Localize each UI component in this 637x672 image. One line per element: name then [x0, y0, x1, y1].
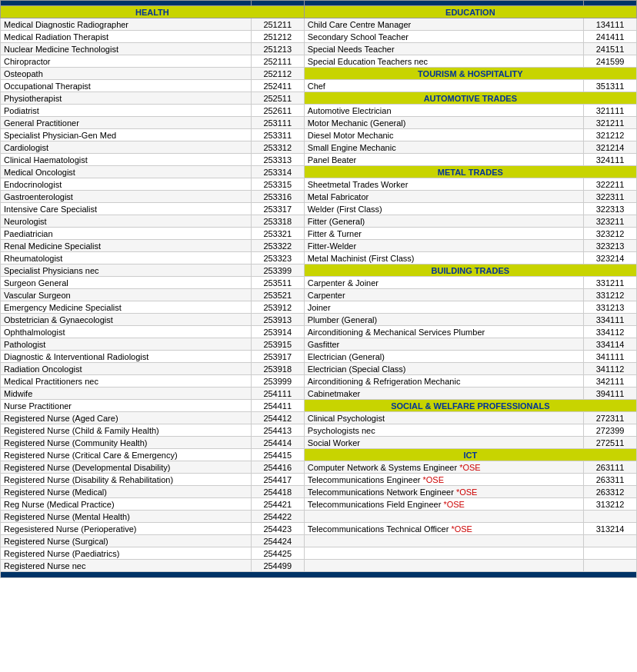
header-anzsco2 [584, 1, 637, 6]
occupation-left: Neurologist [1, 215, 252, 228]
occupation-right: Child Care Centre Manager [304, 18, 583, 31]
occupation-right: METAL TRADES [304, 166, 636, 178]
anzsco-left: 251212 [251, 31, 304, 43]
occupation-right [304, 560, 583, 572]
anzsco-left: 253915 [251, 338, 304, 351]
table-row: HEALTHEDUCATION [1, 6, 637, 18]
occupation-left: Specialist Physician-Gen Med [1, 129, 252, 141]
occupation-left: Gastroenterologist [1, 191, 252, 203]
anzsco-left: 253315 [251, 178, 304, 191]
occupation-right: Clinical Psychologist [304, 412, 583, 424]
occupation-left: Registered Nurse (Aged Care) [1, 412, 252, 424]
occupation-right: Automotive Electrician [304, 105, 583, 117]
anzsco-left: 254416 [251, 461, 304, 474]
table-row: Renal Medicine Specialist253322Fitter-We… [1, 240, 637, 252]
occupation-left: Vascular Surgeon [1, 289, 252, 301]
anzsco-right: 331213 [584, 301, 637, 314]
anzsco-right: 323214 [584, 252, 637, 264]
occupation-left: Cardiologist [1, 141, 252, 154]
anzsco-right: 241511 [584, 43, 637, 55]
table-row: Medical Diagnostic Radiographer251211Chi… [1, 18, 637, 31]
occupation-left: Nuclear Medicine Technologist [1, 43, 252, 55]
occupation-right: Joiner [304, 301, 583, 314]
occupation-left: Obstetrician & Gynaecologist [1, 314, 252, 326]
occupation-left: Surgeon General [1, 277, 252, 289]
anzsco-right [584, 535, 637, 547]
occupation-left: Registered Nurse (Developmental Disabili… [1, 461, 252, 474]
occupation-left: Emergency Medicine Specialist [1, 301, 252, 314]
anzsco-right: 322311 [584, 191, 637, 203]
anzsco-left: 253917 [251, 351, 304, 363]
occupation-left: Osteopath [1, 68, 252, 80]
anzsco-left: 253312 [251, 141, 304, 154]
table-row [1, 572, 637, 578]
anzsco-left: 252511 [251, 92, 304, 105]
anzsco-left: 253322 [251, 240, 304, 252]
table-row: Medical Oncologist253314METAL TRADES [1, 166, 637, 178]
anzsco-right: 323213 [584, 240, 637, 252]
table-row: Registered Nurse (Developmental Disabili… [1, 461, 637, 474]
anzsco-right: 324111 [584, 154, 637, 166]
table-row: Obstetrician & Gynaecologist253913Plumbe… [1, 314, 637, 326]
anzsco-left: 252112 [251, 68, 304, 80]
occupation-right: Fitter & Turner [304, 228, 583, 240]
table-row: Podiatrist252611Automotive Electrician32… [1, 105, 637, 117]
occupation-right: Telecommunications Engineer *OSE [304, 474, 583, 486]
occupation-left: Diagnostic & Interventional Radiologist [1, 351, 252, 363]
table-row: Intensive Care Specialist253317Welder (F… [1, 203, 637, 215]
occupation-left: Registered Nurse (Critical Care & Emerge… [1, 449, 252, 461]
occupation-right: Telecommunications Network Engineer *OSE [304, 486, 583, 498]
anzsco-left: 253912 [251, 301, 304, 314]
footer-bar [1, 572, 637, 578]
occupation-left: Podiatrist [1, 105, 252, 117]
anzsco-left: 253314 [251, 166, 304, 178]
occupation-left: Paediatrician [1, 228, 252, 240]
table-row: Registered Nurse (Paediatrics)254425 [1, 547, 637, 560]
occupation-left: Registered Nurse (Community Health) [1, 437, 252, 449]
occupation-right: Welder (First Class) [304, 203, 583, 215]
header-occupation2 [304, 1, 583, 6]
occupation-right: Diesel Motor Mechanic [304, 129, 583, 141]
anzsco-left: 253521 [251, 289, 304, 301]
anzsco-right: 334114 [584, 338, 637, 351]
anzsco-right: 341111 [584, 351, 637, 363]
occupation-left: Rheumatologist [1, 252, 252, 264]
anzsco-right: 331212 [584, 289, 637, 301]
occupation-left: Regesistered Nurse (Perioperative) [1, 523, 252, 535]
occupation-right: Gasfitter [304, 338, 583, 351]
anzsco-right: 342111 [584, 375, 637, 388]
occupation-right: Sheetmetal Trades Worker [304, 178, 583, 191]
header-anzsco1 [251, 1, 304, 6]
table-row: Chiropractor252111Special Education Teac… [1, 55, 637, 68]
anzsco-right: 321211 [584, 117, 637, 129]
table-row: Radiation Oncologist253918Electrician (S… [1, 363, 637, 375]
occupation-left: Registered Nurse (Paediatrics) [1, 547, 252, 560]
table-row: Physiotherapist252511AUTOMOTIVE TRADES [1, 92, 637, 105]
anzsco-right: 322211 [584, 178, 637, 191]
anzsco-left: 254413 [251, 424, 304, 437]
table-row: Midwife254111Cabinetmaker394111 [1, 388, 637, 400]
table-row: Registered Nurse (Medical)254418Telecomm… [1, 486, 637, 498]
anzsco-left: 253399 [251, 264, 304, 277]
category-left: HEALTH [1, 6, 305, 18]
occupation-right: Carpenter [304, 289, 583, 301]
occupation-right: Telecommunications Field Engineer *OSE [304, 498, 583, 511]
anzsco-left: 253999 [251, 375, 304, 388]
anzsco-right: 334112 [584, 326, 637, 338]
anzsco-left: 254423 [251, 523, 304, 535]
anzsco-left: 253311 [251, 129, 304, 141]
anzsco-left: 254417 [251, 474, 304, 486]
table-row: Registered Nurse nec254499 [1, 560, 637, 572]
occupation-right: Computer Network & Systems Engineer *OSE [304, 461, 583, 474]
anzsco-left: 254415 [251, 449, 304, 461]
anzsco-left: 253323 [251, 252, 304, 264]
table-row: Registered Nurse (Surgical)254424 [1, 535, 637, 547]
table-row: Neurologist253318Fitter (General)323211 [1, 215, 637, 228]
anzsco-right: 331211 [584, 277, 637, 289]
table-row: Registered Nurse (Disability & Rehabilit… [1, 474, 637, 486]
occupation-left: Nurse Practitioner [1, 400, 252, 412]
occupation-right: Special Education Teachers nec [304, 55, 583, 68]
table-row: Clinical Haematologist253313Panel Beater… [1, 154, 637, 166]
anzsco-left: 253913 [251, 314, 304, 326]
anzsco-right: 313212 [584, 498, 637, 511]
